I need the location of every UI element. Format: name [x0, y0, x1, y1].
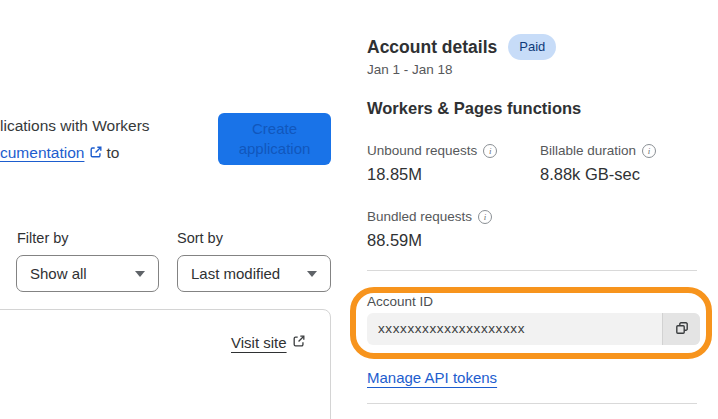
divider [367, 270, 697, 271]
info-icon[interactable]: i [642, 144, 656, 158]
visit-site-link[interactable]: Visit site [231, 334, 309, 351]
metric-label: Bundled requests [367, 209, 472, 224]
billing-date-range: Jan 1 - Jan 18 [367, 62, 453, 77]
sort-dropdown[interactable]: Last modified [177, 255, 331, 292]
filter-dropdown-value: Show all [30, 265, 87, 282]
create-application-button[interactable]: Create application [218, 113, 331, 165]
divider [367, 403, 697, 404]
filter-by-label: Filter by [17, 230, 69, 246]
metric-label: Billable duration [540, 143, 636, 158]
account-id-value[interactable]: xxxxxxxxxxxxxxxxxxxx [367, 313, 662, 345]
metric-bundled-requests: Bundled requests i 88.59M [367, 209, 492, 250]
plan-badge: Paid [508, 34, 556, 60]
account-details-header: Account details Paid [367, 34, 556, 60]
copy-account-id-button[interactable] [662, 313, 700, 345]
account-id-label: Account ID [367, 294, 433, 309]
manage-api-tokens-link[interactable]: Manage API tokens [367, 369, 497, 386]
metric-unbound-requests: Unbound requests i 18.85M [367, 143, 497, 184]
intro-line1: lications with Workers [0, 117, 150, 134]
metric-billable-duration: Billable duration i 8.88k GB-sec [540, 143, 656, 184]
external-link-icon [292, 334, 306, 351]
metric-value: 88.59M [367, 231, 492, 250]
info-icon[interactable]: i [478, 210, 492, 224]
functions-section-title: Workers & Pages functions [367, 99, 581, 118]
info-icon[interactable]: i [483, 144, 497, 158]
project-card: Visit site [0, 309, 331, 419]
visit-site-label: Visit site [231, 334, 287, 351]
documentation-link[interactable]: cumentation [0, 144, 84, 161]
chevron-down-icon [307, 271, 317, 277]
intro-suffix: to [106, 144, 119, 161]
intro-text: lications with Workers cumentationto [0, 112, 190, 167]
copy-icon [674, 320, 690, 339]
filter-dropdown[interactable]: Show all [16, 255, 159, 292]
metric-value: 18.85M [367, 165, 497, 184]
workers-pages-dashboard: lications with Workers cumentationto Cre… [0, 0, 718, 419]
chevron-down-icon [135, 271, 145, 277]
account-details-title: Account details [367, 37, 497, 58]
metric-label: Unbound requests [367, 143, 477, 158]
sort-dropdown-value: Last modified [191, 265, 280, 282]
external-link-icon [89, 140, 103, 167]
metric-value: 8.88k GB-sec [540, 165, 656, 184]
sort-by-label: Sort by [177, 230, 223, 246]
account-id-field[interactable]: xxxxxxxxxxxxxxxxxxxx [367, 313, 700, 345]
